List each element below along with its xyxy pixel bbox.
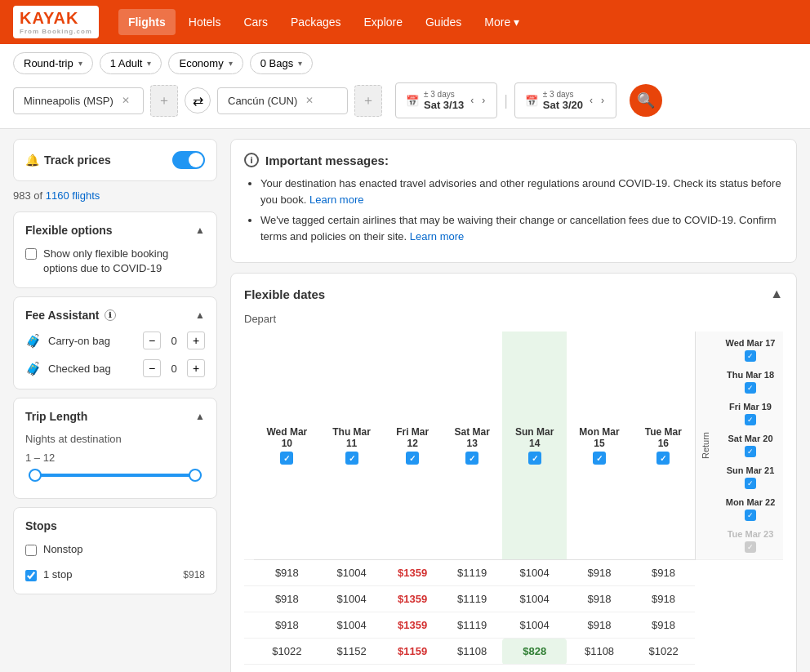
origin-field[interactable]: Minneapolis (MSP) ✕ xyxy=(13,87,144,114)
passengers-dropdown[interactable]: 1 Adult ▾ xyxy=(100,52,162,74)
price-cell[interactable]: $918 xyxy=(632,586,695,612)
col-tue-mar16[interactable]: Tue Mar 16 ✓ xyxy=(632,332,695,560)
flexible-dates-collapse[interactable]: ▲ xyxy=(770,287,783,301)
price-cell[interactable]: $828 xyxy=(502,639,566,665)
stops-section: Stops Nonstop 1 stop $918 xyxy=(13,507,217,594)
price-cell[interactable]: $1004 xyxy=(502,560,566,586)
price-cell[interactable]: $1359 xyxy=(383,586,441,612)
price-cell[interactable]: $1004 xyxy=(502,586,566,612)
price-cell[interactable]: $1004 xyxy=(320,612,384,639)
return-sat-mar20[interactable]: Sat Mar 20 ✓ xyxy=(718,430,783,461)
price-cell[interactable]: $918 xyxy=(254,612,320,639)
price-cell[interactable]: $1152 xyxy=(320,665,384,673)
price-cell[interactable]: $1022 xyxy=(632,639,695,665)
price-cell[interactable]: $918 xyxy=(254,560,320,586)
message-2-link[interactable]: Learn more xyxy=(410,230,464,243)
col-sat-mar13[interactable]: Sat Mar 13 ✓ xyxy=(442,332,503,560)
return-next-btn[interactable]: › xyxy=(599,93,606,108)
trip-type-dropdown[interactable]: Round-trip ▾ xyxy=(13,52,93,74)
bags-dropdown[interactable]: 0 Bags ▾ xyxy=(250,52,313,74)
flexible-checkbox[interactable] xyxy=(25,248,37,260)
swap-button[interactable]: ⇄ xyxy=(185,87,211,113)
message-item-1: Your destination has enacted travel advi… xyxy=(260,176,783,207)
price-cell[interactable]: $1359 xyxy=(383,560,441,586)
nonstop-checkbox[interactable] xyxy=(25,545,37,556)
price-cell[interactable]: $918 xyxy=(567,560,632,586)
price-cell[interactable]: $1108 xyxy=(567,665,632,673)
depart-prev-btn[interactable]: ‹ xyxy=(469,93,475,108)
price-cell[interactable]: $918 xyxy=(254,586,320,612)
stops-header[interactable]: Stops xyxy=(25,519,205,532)
return-prev-btn[interactable]: ‹ xyxy=(588,93,594,108)
depart-date-value: Sat 3/13 xyxy=(424,99,464,111)
price-cell[interactable]: $918 xyxy=(567,612,632,639)
flight-count-link[interactable]: 1160 flights xyxy=(46,189,100,202)
depart-date-field[interactable]: 📅 ± 3 days Sat 3/13 ‹ › xyxy=(395,82,497,118)
checked-bag-minus[interactable]: − xyxy=(143,359,161,377)
price-cell[interactable]: $1022 xyxy=(254,639,320,665)
return-wed-mar17[interactable]: Wed Mar 17 ✓ xyxy=(718,335,783,365)
price-cell[interactable]: $1159 xyxy=(383,639,441,665)
price-cell[interactable]: $918 xyxy=(632,560,695,586)
destination-remove[interactable]: ✕ xyxy=(305,95,314,106)
fee-assistant-header[interactable]: Fee Assistant ℹ ▲ xyxy=(25,309,205,322)
nav-more[interactable]: More ▾ xyxy=(474,9,529,35)
col-mon-mar15-check: ✓ xyxy=(593,452,606,465)
one-stop-checkbox[interactable] xyxy=(25,570,37,581)
col-thu-mar11[interactable]: Thu Mar 11 ✓ xyxy=(320,332,384,560)
nav-hotels[interactable]: Hotels xyxy=(179,9,231,35)
price-cell[interactable]: $1108 xyxy=(442,665,503,673)
col-fri-mar12[interactable]: Fri Mar 12 ✓ xyxy=(383,332,441,560)
add-destination-btn[interactable]: ＋ xyxy=(354,85,382,117)
checked-bag-label: Checked bag xyxy=(48,363,136,375)
track-prices-toggle[interactable] xyxy=(172,151,205,169)
price-cell[interactable]: $1004 xyxy=(320,586,384,612)
nav-cars[interactable]: Cars xyxy=(234,9,278,35)
return-mon-mar22[interactable]: Mon Mar 22 ✓ xyxy=(718,494,783,524)
add-origin-btn[interactable]: ＋ xyxy=(150,85,178,117)
col-sun-mar14[interactable]: Sun Mar 14 ✓ xyxy=(502,332,566,560)
checked-bag-plus[interactable]: + xyxy=(187,359,205,377)
trip-length-header[interactable]: Trip Length ▲ xyxy=(25,410,205,423)
price-cell[interactable]: $918 xyxy=(632,612,695,639)
price-cell[interactable]: $1108 xyxy=(502,665,566,673)
return-thu-mar18[interactable]: Thu Mar 18 ✓ xyxy=(718,367,783,397)
return-tue-mar23[interactable]: Tue Mar 23 ✓ xyxy=(718,526,783,556)
nights-slider-left-handle[interactable] xyxy=(29,469,42,482)
col-wed-mar10[interactable]: Wed Mar 10 ✓ xyxy=(254,332,320,560)
info-icon: ℹ xyxy=(105,309,116,321)
price-cell[interactable]: $1152 xyxy=(320,639,384,665)
col-mon-mar15[interactable]: Mon Mar 15 ✓ xyxy=(567,332,632,560)
return-fri-mar19[interactable]: Fri Mar 19 ✓ xyxy=(718,398,783,429)
return-sun-mar21[interactable]: Sun Mar 21 ✓ xyxy=(718,462,783,492)
price-cell[interactable]: $1119 xyxy=(442,612,503,639)
destination-field[interactable]: Cancún (CUN) ✕ xyxy=(217,87,348,114)
carry-on-plus[interactable]: + xyxy=(187,332,205,349)
nav-packages[interactable]: Packages xyxy=(281,9,350,35)
price-cell[interactable]: $1022 xyxy=(254,665,320,673)
nav-guides[interactable]: Guides xyxy=(416,9,471,35)
origin-remove[interactable]: ✕ xyxy=(122,95,130,106)
trip-length-arrow: ▲ xyxy=(195,411,205,422)
class-dropdown[interactable]: Economy ▾ xyxy=(168,52,243,74)
flexible-options-header[interactable]: Flexible options ▲ xyxy=(25,224,205,237)
price-cell[interactable]: $1119 xyxy=(442,560,503,586)
nav-explore[interactable]: Explore xyxy=(354,9,412,35)
price-cell[interactable]: $1119 xyxy=(442,586,503,612)
price-cell[interactable]: $1108 xyxy=(567,639,632,665)
price-cell[interactable]: $1359 xyxy=(383,612,441,639)
price-cell[interactable]: $1139 xyxy=(383,665,441,673)
price-cell[interactable]: $1004 xyxy=(320,560,384,586)
carry-on-minus[interactable]: − xyxy=(143,332,161,349)
depart-next-btn[interactable]: › xyxy=(480,93,487,108)
table-row: $1022$1152$1139$1108$1108$1108$1022 xyxy=(244,665,783,673)
price-cell[interactable]: $918 xyxy=(567,586,632,612)
return-date-field[interactable]: 📅 ± 3 days Sat 3/20 ‹ › xyxy=(514,82,616,118)
price-cell[interactable]: $1108 xyxy=(442,639,503,665)
nights-slider-right-handle[interactable] xyxy=(189,469,202,482)
message-1-link[interactable]: Learn more xyxy=(309,194,363,206)
price-cell[interactable]: $1022 xyxy=(632,665,695,673)
nav-flights[interactable]: Flights xyxy=(118,9,176,35)
price-cell[interactable]: $1004 xyxy=(502,612,566,639)
search-button[interactable]: 🔍 xyxy=(630,84,662,117)
